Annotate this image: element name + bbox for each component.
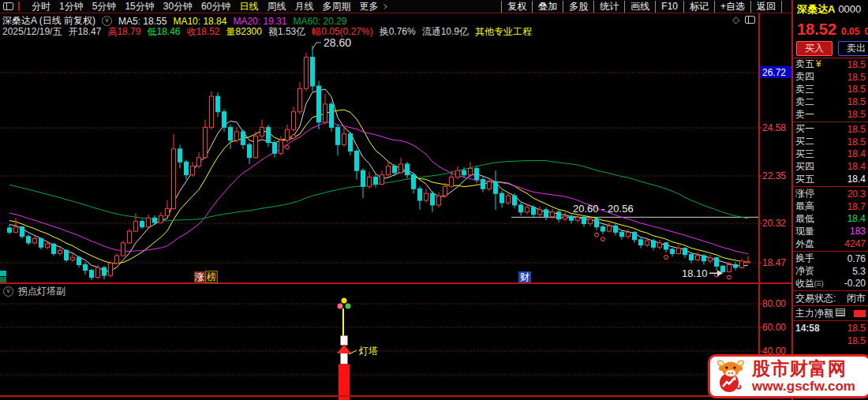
clipped-edge-badge — [0, 271, 6, 282]
quote-row-涨停[interactable]: 涨停20.3 — [793, 188, 868, 200]
sidebar-divider — [793, 186, 868, 187]
info-value-5: 量82300 — [226, 25, 262, 39]
quote-value: 18.7 — [847, 201, 866, 212]
quote-row-卖四[interactable]: 卖四18.5 — [793, 71, 868, 84]
diamond-icon[interactable]: ◇ — [732, 14, 739, 25]
toolbar-item-7[interactable]: +自选 — [714, 1, 750, 13]
quote-row-卖二[interactable]: 卖二18.5 — [793, 95, 868, 108]
quote-value: 18.5 — [847, 136, 866, 148]
menu-item-9[interactable]: 多周期 — [322, 0, 350, 13]
quote-row-买五[interactable]: 买五18.4 — [793, 173, 868, 185]
menu-item-6[interactable]: 日线 — [239, 0, 258, 13]
menu-item-10[interactable]: 更多 ﹥ — [359, 0, 390, 13]
quote-row-收益㈢[interactable]: 收益㈢-0.20 — [793, 278, 868, 290]
watermark-url: www.gscfw.com — [752, 379, 855, 394]
quote-label: 买四 — [795, 160, 814, 173]
bottom-border — [0, 395, 793, 397]
quote-row-卖三[interactable]: 卖三18.5 — [793, 84, 868, 96]
quote-row-买二[interactable]: 买二18.5 — [793, 136, 868, 148]
menu-item-2[interactable]: 5分钟 — [92, 0, 117, 13]
quote-row-卖一[interactable]: 卖一18.5 — [793, 108, 868, 121]
axis-divider — [758, 13, 760, 397]
quote-row-最低[interactable]: 最低18.4 — [793, 213, 868, 226]
quote-label: 换手 — [795, 252, 814, 265]
quote-label: 买一 — [795, 123, 814, 136]
menu-item-5[interactable]: 60分钟 — [201, 0, 230, 13]
quote-row-净资[interactable]: 净资5.3 — [793, 265, 868, 278]
quote-row-卖五[interactable]: 卖五¥18.5 — [793, 58, 868, 71]
toolbar-item-8[interactable]: 返回 — [750, 1, 782, 13]
sidebar-stock-name: 深桑达A0000 — [797, 2, 868, 17]
buy-button[interactable]: 买入 — [796, 41, 832, 56]
quote-value: 5.3 — [852, 266, 866, 277]
menu-item-7[interactable]: 周线 — [267, 0, 286, 13]
toolbar: 复权叠加多股统计画线F10标记+自选返回 — [501, 1, 793, 13]
quote-value: 18.4 — [847, 174, 866, 185]
quote-row-交易状态:: 交易状态:闭市 — [793, 292, 868, 305]
toolbar-item-2[interactable]: 多股 — [563, 1, 593, 13]
period-menu: 分时1分钟5分钟15分钟30分钟60分钟日线周线月线多周期更多 ﹥ — [23, 0, 391, 13]
quote-value: 18.5 — [847, 323, 866, 334]
menu-item-3[interactable]: 15分钟 — [125, 0, 154, 13]
cny-tag: ¥ — [816, 58, 821, 69]
quote-row-外盘[interactable]: 外盘4247 — [793, 237, 868, 250]
sell-button[interactable]: 卖出 — [838, 41, 868, 56]
menu-item-1[interactable]: 1分钟 — [59, 0, 84, 13]
toolbar-item-3[interactable]: 统计 — [593, 1, 624, 13]
sidebar-divider — [793, 305, 868, 306]
quote-value: 闭市 — [847, 292, 866, 305]
svg-text:20.60 - 20.56: 20.60 - 20.56 — [573, 203, 634, 215]
quote-label: 现量 — [795, 225, 814, 237]
quote-table: 卖五¥18.5卖四18.5卖三18.5卖二18.5卖一18.5买一18.5买二1… — [793, 58, 868, 347]
quote-label: 买三 — [795, 148, 814, 161]
quote-value: 18.4 — [847, 161, 866, 172]
sidebar-divider — [793, 121, 868, 122]
quote-row-最高[interactable]: 最高18.7 — [793, 200, 868, 213]
quote-row-买三[interactable]: 买三18.4 — [793, 148, 868, 161]
info-value-6: 额1.53亿 — [268, 25, 305, 39]
panel-separator — [0, 282, 793, 284]
ma10-line — [9, 110, 748, 264]
quote-label: 卖一 — [795, 108, 814, 121]
menu-item-0[interactable]: 分时 — [32, 0, 51, 13]
quote-label: 净资 — [795, 265, 814, 278]
chart-header-row2: 2025/12/19/五开18.47高18.79低18.46收18.52量823… — [2, 25, 532, 39]
main-candlestick-chart[interactable]: 26.7224.5822.3520.3218.4728.6020.60 - 20… — [0, 13, 793, 287]
quote-row-现量[interactable]: 现量183 — [793, 225, 868, 237]
watermark-title: 股市财富网 — [752, 359, 855, 379]
quote-value: 0.76 — [847, 253, 866, 264]
event-badge-cai[interactable]: 财 — [518, 271, 531, 282]
quote-label: 主力净额 — [795, 307, 845, 320]
quote-sidebar: 深桑达A0000 18.52 0.05 0. 买入 卖出 卖五¥18.5卖四18… — [791, 0, 868, 400]
menubar-divider — [18, 2, 20, 11]
window-layout-icon[interactable] — [3, 2, 13, 10]
sidebar-divider — [793, 320, 868, 321]
svg-text:20.32: 20.32 — [762, 218, 786, 229]
quote-row-买四[interactable]: 买四18.4 — [793, 160, 868, 173]
indicator-header[interactable]: ∨ 拐点灯塔副 — [0, 285, 65, 297]
quote-value: 18.4 — [847, 213, 866, 224]
toolbar-item-0[interactable]: 复权 — [501, 1, 532, 13]
split-window-icon[interactable] — [745, 16, 755, 24]
toolbar-item-5[interactable]: F10 — [655, 1, 683, 13]
quote-row-换手[interactable]: 换手0.76 — [793, 252, 868, 265]
menu-item-8[interactable]: 月线 — [294, 0, 313, 13]
indicator-panel-chart[interactable]: 80.0060.0040.0020.00灯塔 — [0, 297, 793, 400]
toolbar-item-4[interactable]: 画线 — [624, 1, 655, 13]
quote-label: 卖四 — [795, 71, 814, 84]
ticker-row: 18.5 — [793, 335, 868, 347]
quote-value: -0.20 — [844, 278, 866, 289]
quote-label: 最高 — [795, 200, 814, 213]
menu-item-4[interactable]: 30分钟 — [163, 0, 193, 13]
app-window: 分时1分钟5分钟15分钟30分钟60分钟日线周线月线多周期更多 ﹥ 复权叠加多股… — [0, 0, 868, 400]
chevron-down-circle-icon[interactable]: ∨ — [3, 286, 13, 297]
info-value-0: 2025/12/19/五 — [2, 25, 62, 39]
event-badge-zhangbang[interactable]: 涨榜 — [194, 271, 218, 282]
toolbar-item-6[interactable]: 标记 — [683, 1, 714, 13]
toolbar-item-1[interactable]: 叠加 — [532, 1, 563, 13]
svg-text:24.58: 24.58 — [762, 122, 786, 133]
svg-text:80.00: 80.00 — [762, 298, 786, 309]
ma60-line — [9, 161, 748, 221]
quote-row-买一[interactable]: 买一18.5 — [793, 123, 868, 136]
svg-text:18.10: 18.10 — [682, 267, 708, 279]
